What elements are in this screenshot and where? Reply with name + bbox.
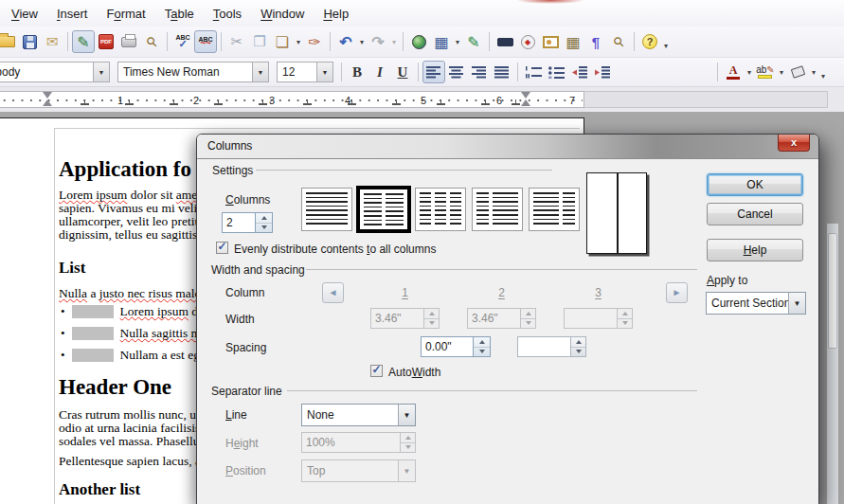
italic-button[interactable]: I bbox=[368, 61, 391, 83]
spellcheck-icon[interactable]: ABC✓ bbox=[171, 30, 194, 53]
bold-button[interactable]: B bbox=[346, 61, 368, 83]
preset-three-columns[interactable] bbox=[415, 188, 466, 231]
paste-dropdown-icon[interactable]: ▾ bbox=[294, 38, 303, 46]
right-indent-marker-top[interactable] bbox=[521, 92, 530, 99]
preset-two-columns[interactable] bbox=[358, 188, 409, 231]
ruler-margin-area bbox=[584, 91, 828, 108]
align-right-button[interactable] bbox=[468, 61, 491, 83]
font-color-button[interactable]: A bbox=[722, 61, 745, 83]
save-icon[interactable] bbox=[18, 30, 41, 53]
stepper-down-icon[interactable] bbox=[474, 347, 490, 357]
horizontal-ruler[interactable]: 1 2 3 4 5 6 7 bbox=[0, 87, 844, 112]
zoom-icon[interactable]: ⚲ bbox=[602, 26, 635, 58]
preset-one-column[interactable] bbox=[301, 188, 352, 231]
cancel-button[interactable]: Cancel bbox=[707, 203, 803, 225]
paragraph-style-value: ext body bbox=[0, 65, 93, 79]
font-dropdown-icon[interactable]: ▼ bbox=[252, 63, 268, 81]
ok-button[interactable]: OK bbox=[707, 173, 803, 196]
print-preview-icon[interactable]: ⚲ bbox=[135, 26, 168, 58]
line-dropdown[interactable]: None ▼ bbox=[301, 404, 416, 426]
export-pdf-icon[interactable]: PDF bbox=[95, 30, 117, 53]
menu-format[interactable]: Format bbox=[97, 3, 154, 25]
doc-paragraph-line: dignissim, tellus eu sagittis pe bbox=[59, 227, 212, 243]
navigator-icon[interactable]: ◆ bbox=[516, 30, 539, 53]
left-indent-marker-bottom[interactable] bbox=[43, 99, 52, 106]
right-indent-marker-bottom[interactable] bbox=[521, 99, 530, 106]
paste-icon[interactable]: ❏ bbox=[271, 30, 294, 53]
style-dropdown-icon[interactable]: ▼ bbox=[93, 63, 109, 81]
dialog-titlebar[interactable]: Columns x bbox=[197, 135, 818, 159]
apply-to-dropdown-icon[interactable]: ▼ bbox=[788, 293, 805, 314]
column-prev-button[interactable]: ◄ bbox=[322, 282, 344, 303]
bullet-icon: • bbox=[61, 304, 65, 319]
decrease-indent-button[interactable] bbox=[567, 61, 590, 83]
width-2-stepper: 3.46" bbox=[467, 308, 536, 329]
formatting-overflow-icon[interactable]: ▾ bbox=[818, 72, 828, 81]
bullet-list-button[interactable] bbox=[545, 61, 567, 83]
auto-spellcheck-icon[interactable]: ABC~~ bbox=[194, 30, 217, 53]
evenly-distribute-checkbox[interactable]: ✓ bbox=[216, 242, 228, 254]
spacing-2-stepper[interactable] bbox=[517, 336, 586, 357]
underline-button[interactable]: U bbox=[391, 61, 414, 83]
scrollbar-thumb[interactable] bbox=[828, 233, 837, 349]
paragraph-style-combo[interactable]: ext body ▼ bbox=[0, 62, 110, 82]
email-icon[interactable]: ✉ bbox=[41, 30, 63, 53]
font-color-dropdown-icon[interactable]: ▾ bbox=[745, 68, 754, 77]
background-dropdown-icon[interactable]: ▾ bbox=[809, 68, 818, 77]
draw-functions-icon[interactable]: ✎ bbox=[462, 30, 485, 53]
ruler-track[interactable]: 1 2 3 4 5 6 7 bbox=[0, 91, 584, 108]
numbered-list-button[interactable] bbox=[522, 61, 545, 83]
menu-view[interactable]: View bbox=[2, 3, 47, 25]
preset-right-narrow[interactable] bbox=[529, 188, 580, 231]
align-left-button[interactable] bbox=[422, 61, 445, 83]
hyperlink-icon[interactable] bbox=[407, 30, 430, 53]
font-name-combo[interactable]: Times New Roman ▼ bbox=[117, 62, 269, 82]
background-color-button[interactable] bbox=[786, 61, 809, 83]
menu-tools[interactable]: Tools bbox=[204, 3, 251, 25]
undo-dropdown-icon[interactable]: ▾ bbox=[357, 38, 367, 46]
left-indent-marker-top[interactable] bbox=[43, 92, 52, 99]
gray-field-box[interactable] bbox=[72, 305, 114, 318]
vertical-scrollbar[interactable] bbox=[827, 224, 838, 504]
toolbar-overflow-icon[interactable]: ▾ bbox=[661, 42, 671, 50]
line-dropdown-icon[interactable]: ▼ bbox=[398, 405, 415, 425]
preset-left-narrow[interactable] bbox=[472, 188, 523, 231]
column-number-2: 2 bbox=[467, 286, 536, 299]
close-icon[interactable]: x bbox=[778, 135, 810, 152]
data-sources-icon[interactable]: ▦ bbox=[562, 30, 584, 53]
help-icon[interactable]: ? bbox=[638, 30, 661, 53]
increase-indent-button[interactable] bbox=[590, 61, 613, 83]
stepper-up-icon[interactable] bbox=[474, 337, 490, 347]
menu-insert[interactable]: Insert bbox=[47, 3, 98, 25]
gray-field-box[interactable] bbox=[72, 349, 114, 362]
gray-field-box[interactable] bbox=[72, 327, 114, 340]
menu-table[interactable]: Table bbox=[155, 3, 204, 25]
insert-table-icon[interactable]: ▦ bbox=[430, 30, 453, 53]
gallery-icon[interactable] bbox=[539, 30, 562, 53]
highlighting-dropdown-icon[interactable]: ▾ bbox=[777, 68, 786, 77]
font-size-combo[interactable]: 12 ▼ bbox=[277, 62, 333, 82]
apply-to-value: Current Section bbox=[711, 297, 790, 310]
apply-to-dropdown[interactable]: Current Section ▼ bbox=[706, 292, 806, 315]
text-boundary-top bbox=[54, 128, 580, 129]
menu-window[interactable]: Window bbox=[251, 3, 314, 25]
menu-help[interactable]: Help bbox=[314, 3, 358, 25]
stepper-down-icon[interactable] bbox=[256, 223, 272, 233]
justify-button[interactable] bbox=[491, 61, 513, 83]
open-icon[interactable] bbox=[0, 30, 18, 53]
edit-file-icon[interactable]: ✎ bbox=[72, 30, 95, 53]
size-dropdown-icon[interactable]: ▼ bbox=[316, 63, 332, 81]
spacing-1-stepper[interactable]: 0.00" bbox=[421, 336, 491, 357]
copy-icon[interactable]: ❐ bbox=[248, 30, 271, 53]
help-button[interactable]: Help bbox=[707, 239, 803, 261]
undo-icon[interactable]: ↶ bbox=[334, 30, 357, 53]
columns-count-stepper[interactable]: 2 bbox=[222, 212, 273, 233]
highlighting-button[interactable]: ab✎ bbox=[754, 61, 777, 83]
autowidth-checkbox[interactable]: ✓ bbox=[370, 365, 383, 377]
align-center-button[interactable] bbox=[445, 61, 468, 83]
table-dropdown-icon[interactable]: ▾ bbox=[453, 38, 462, 46]
format-paintbrush-icon[interactable]: ✑ bbox=[303, 30, 326, 53]
column-next-button[interactable]: ► bbox=[666, 282, 688, 303]
find-replace-icon[interactable] bbox=[494, 30, 516, 53]
stepper-up-icon[interactable] bbox=[256, 213, 272, 223]
